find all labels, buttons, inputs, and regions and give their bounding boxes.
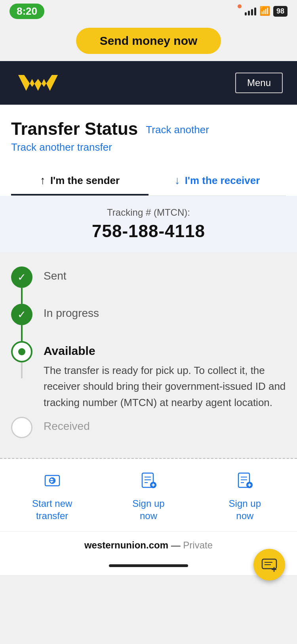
signup-button-1[interactable]: Sign up now xyxy=(113,471,184,522)
timeline: ✓ Sent ✓ In progress Available The trans… xyxy=(0,252,297,450)
timeline-line-available xyxy=(21,362,23,378)
timeline-content-available: Available The transfer is ready for pick… xyxy=(44,341,286,410)
timeline-line-sent xyxy=(21,288,23,304)
nav-bar: Menu xyxy=(0,61,297,105)
fab-button[interactable] xyxy=(253,549,285,581)
home-indicator xyxy=(0,559,297,575)
timeline-title-received: Received xyxy=(44,420,286,433)
new-transfer-icon xyxy=(43,471,62,493)
signal-icon xyxy=(245,7,256,15)
tab-sender-label: I'm the sender xyxy=(50,174,120,187)
tab-sender[interactable]: ↑ I'm the sender xyxy=(11,165,148,196)
timeline-left-available xyxy=(11,341,32,378)
footer-privacy: Private xyxy=(183,540,213,550)
timeline-item-received: Received xyxy=(11,417,286,438)
send-money-button[interactable]: Send money now xyxy=(76,28,221,54)
new-transfer-label: Start new transfer xyxy=(32,497,72,522)
timeline-line-in-progress xyxy=(21,325,23,341)
timeline-circle-in-progress: ✓ xyxy=(11,304,32,325)
track-another-transfer-link[interactable]: Track another transfer xyxy=(11,141,286,153)
timeline-circle-received xyxy=(11,417,32,438)
status-icons: 📶 98 xyxy=(238,6,287,17)
banner: Send money now xyxy=(0,22,297,61)
status-bar: 8:20 📶 98 xyxy=(0,0,297,22)
sender-icon: ↑ xyxy=(40,174,46,187)
timeline-title-in-progress: In progress xyxy=(44,307,286,320)
receiver-icon: ↓ xyxy=(175,174,180,187)
wifi-icon: 📶 xyxy=(259,6,270,16)
tracking-number: 758-188-4118 xyxy=(0,221,297,241)
timeline-left-sent: ✓ xyxy=(11,266,32,304)
tracking-section: Tracking # (MTCN): 758-188-4118 xyxy=(0,196,297,252)
battery-indicator: 98 xyxy=(273,6,287,17)
timeline-title-available: Available xyxy=(44,344,286,358)
signup-icon-2 xyxy=(235,471,254,493)
bottom-actions: Start new transfer Sign up now xyxy=(0,459,297,531)
timeline-desc-available: The transfer is ready for pick up. To co… xyxy=(44,362,286,410)
notification-dot xyxy=(238,4,242,8)
page-title: Transfer Status xyxy=(11,119,138,139)
timeline-item-in-progress: ✓ In progress xyxy=(11,304,286,341)
timeline-content-sent: Sent xyxy=(44,266,286,282)
timeline-item-available: Available The transfer is ready for pick… xyxy=(11,341,286,410)
signup-label-2: Sign up now xyxy=(229,497,261,522)
timeline-content-received: Received xyxy=(44,417,286,433)
status-time: 8:20 xyxy=(10,4,44,19)
home-bar xyxy=(109,564,188,567)
signup-button-2[interactable]: Sign up now xyxy=(209,471,280,522)
timeline-item-sent: ✓ Sent xyxy=(11,266,286,304)
svg-marker-0 xyxy=(18,75,58,91)
page-content: Transfer Status Track another Track anot… xyxy=(0,105,297,196)
footer-domain: westernunion.com xyxy=(84,540,168,550)
tab-receiver[interactable]: ↓ I'm the receiver xyxy=(148,165,286,196)
track-another-link[interactable]: Track another xyxy=(146,124,209,136)
tab-receiver-label: I'm the receiver xyxy=(185,174,260,187)
signup-label-1: Sign up now xyxy=(132,497,164,522)
timeline-title-sent: Sent xyxy=(44,270,286,282)
footer: westernunion.com — Private xyxy=(0,531,297,559)
wu-logo[interactable] xyxy=(14,71,62,95)
timeline-left-received xyxy=(11,417,32,438)
signup-icon-1 xyxy=(139,471,158,493)
tracking-label: Tracking # (MTCN): xyxy=(0,207,297,218)
timeline-content-in-progress: In progress xyxy=(44,304,286,320)
menu-button[interactable]: Menu xyxy=(235,73,283,93)
transfer-status-header: Transfer Status Track another xyxy=(11,119,286,139)
timeline-left-in-progress: ✓ xyxy=(11,304,32,341)
timeline-circle-available xyxy=(11,341,32,362)
footer-separator: — xyxy=(171,540,183,550)
tabs: ↑ I'm the sender ↓ I'm the receiver xyxy=(11,165,286,196)
new-transfer-button[interactable]: Start new transfer xyxy=(17,471,88,522)
timeline-circle-sent: ✓ xyxy=(11,266,32,288)
